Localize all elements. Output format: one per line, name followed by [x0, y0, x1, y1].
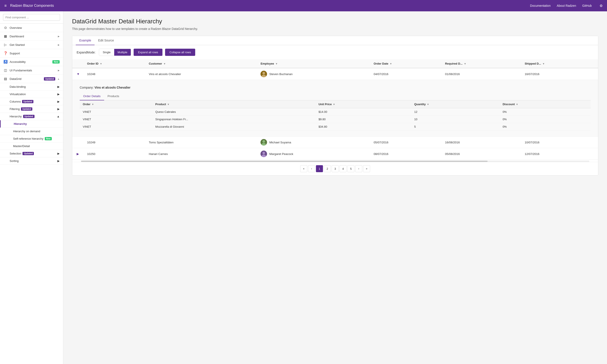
sidebar-item-master-detail[interactable]: Master/Detail: [0, 143, 63, 150]
cell-order-date: 05/07/2016: [370, 137, 442, 148]
sidebar-item-sorting[interactable]: Sorting ▶: [0, 157, 63, 165]
nav-github[interactable]: GitHub: [582, 4, 592, 7]
sidebar-item-label: Hierarchy: [14, 122, 27, 126]
collapse-all-button[interactable]: Collapse all rows: [165, 49, 195, 56]
sidebar: ⊙ Overview ▦ Dashboard ▶ ▷ Get Started ▶…: [0, 11, 63, 364]
sidebar-item-hierarchy-section[interactable]: Hierarchy Updated ▲: [0, 113, 63, 120]
sidebar-item-label: Sorting: [10, 159, 19, 163]
sub-tab-products[interactable]: Products: [104, 92, 123, 100]
sidebar-item-hierarchy[interactable]: Hierarchy: [0, 120, 63, 128]
next-page-button[interactable]: ›: [355, 165, 362, 172]
updated-badge: Updated: [44, 77, 55, 80]
chevron-right-icon: ▶: [57, 107, 60, 111]
col-employee: Employee ▼: [257, 59, 370, 68]
avatar: [261, 71, 267, 77]
tab-edit-source[interactable]: Edit Source: [94, 36, 117, 45]
sidebar-item-accessibility[interactable]: ♿ Accessibility New: [0, 58, 63, 66]
sidebar-item-support[interactable]: ❓ Support: [0, 49, 63, 58]
sub-cell-product: Singaporean Hokkien Fr...: [152, 116, 315, 123]
sidebar-item-label: Hierarchy: [10, 115, 22, 118]
scrollbar-track[interactable]: [72, 160, 598, 162]
page-title: DataGrid Master Detail Hierarchy: [72, 18, 598, 25]
chevron-right-icon: ▶: [57, 152, 60, 155]
cell-required-date: 05/08/2016: [442, 148, 522, 160]
sidebar-item-self-reference[interactable]: Self-reference hierarchy New: [0, 135, 63, 143]
filter-icon[interactable]: ▼: [390, 62, 392, 65]
cell-employee: Margaret Peacock: [257, 148, 370, 160]
tab-example[interactable]: Example: [76, 36, 94, 45]
updated-badge: Updated: [23, 115, 35, 118]
sub-header-row: Order ▼ Product: [80, 100, 591, 108]
sidebar-item-virtualization[interactable]: Virtualization ▶: [0, 91, 63, 98]
sub-tab-order-details[interactable]: Order Details: [80, 92, 104, 100]
page-4-button[interactable]: 4: [340, 165, 346, 172]
svg-point-5: [262, 155, 266, 157]
sidebar-item-datagrid[interactable]: ▤ DataGrid Updated ▲: [0, 75, 63, 83]
table-row: ▶ 10250 Hanari Carnes: [72, 148, 598, 160]
cell-order-date: 04/07/2016: [370, 68, 442, 80]
sub-cell-quantity: 12: [411, 108, 500, 116]
svg-point-1: [262, 75, 266, 77]
menu-icon[interactable]: ≡: [4, 3, 7, 8]
filter-icon[interactable]: ▼: [333, 103, 335, 106]
single-mode-button[interactable]: Single: [99, 49, 114, 56]
sidebar-item-ui-fundamentals[interactable]: ◫ UI Fundamentals ▶: [0, 66, 63, 75]
sidebar-item-filtering[interactable]: Filtering Updated ▶: [0, 105, 63, 113]
cell-employee: Michael Suyama: [257, 137, 370, 148]
expand-mode-label: ExpandMode:: [77, 51, 95, 54]
last-page-button[interactable]: »: [363, 165, 370, 172]
sub-cell-discount: 0%: [500, 116, 591, 123]
search-input[interactable]: [3, 14, 60, 21]
col-order-date: Order Date ▼: [370, 59, 442, 68]
settings-icon[interactable]: ⚙: [600, 4, 603, 8]
prev-page-button[interactable]: ‹: [308, 165, 315, 172]
chevron-down-icon: ▲: [57, 78, 60, 80]
filter-icon[interactable]: ▼: [464, 62, 466, 65]
filter-icon[interactable]: ▼: [92, 103, 94, 106]
sidebar-item-label: Columns: [10, 100, 21, 103]
sidebar-item-dashboard[interactable]: ▦ Dashboard ▶: [0, 32, 63, 40]
expand-all-button[interactable]: Expand all rows: [134, 49, 162, 56]
sub-col-order: Order ▼: [80, 100, 152, 108]
nav-documentation[interactable]: Documentation: [530, 4, 551, 7]
expand-button[interactable]: ▼: [75, 72, 81, 76]
nav-about[interactable]: About Radzen: [557, 4, 576, 7]
page-5-button[interactable]: 5: [347, 165, 354, 172]
filter-icon[interactable]: ▼: [427, 103, 429, 106]
cell-shipped-date: 10/07/2016: [522, 137, 598, 148]
sidebar-item-columns[interactable]: Columns Updated ▶: [0, 98, 63, 105]
sidebar-item-data-binding[interactable]: Data-binding ▶: [0, 83, 63, 91]
page-2-button[interactable]: 2: [324, 165, 331, 172]
sub-cell-order: VINET: [80, 123, 152, 130]
filter-icon[interactable]: ▼: [275, 62, 278, 65]
sidebar-item-overview[interactable]: ⊙ Overview: [0, 24, 63, 32]
sidebar-item-label: Support: [10, 52, 60, 55]
multiple-mode-button[interactable]: Multiple: [114, 49, 131, 56]
sidebar-item-hierarchy-on-demand[interactable]: Hierarchy on demand: [0, 128, 63, 135]
filter-icon[interactable]: ▼: [167, 103, 170, 106]
sidebar-item-get-started[interactable]: ▷ Get Started ▶: [0, 40, 63, 49]
expand-cell: ▶: [72, 148, 84, 160]
table-row: 10249 Toms Spezialitäten: [72, 137, 598, 148]
main-content: DataGrid Master Detail Hierarchy This pa…: [63, 11, 607, 364]
page-1-button[interactable]: 1: [316, 165, 323, 172]
cell-order-id: 10250: [84, 148, 146, 160]
sidebar-item-label: UI Fundamentals: [10, 69, 56, 72]
filter-icon[interactable]: ▼: [516, 103, 518, 106]
get-started-icon: ▷: [3, 43, 7, 47]
cell-order-date: 08/07/2016: [370, 148, 442, 160]
cell-customer: Toms Spezialitäten: [146, 137, 257, 148]
dashboard-icon: ▦: [3, 34, 7, 38]
sidebar-item-label: DataGrid: [10, 77, 42, 80]
filter-icon[interactable]: ▼: [542, 62, 545, 65]
first-page-button[interactable]: «: [300, 165, 307, 172]
sub-cell-order: VINET: [80, 108, 152, 116]
page-3-button[interactable]: 3: [332, 165, 339, 172]
chevron-right-icon: ▶: [57, 159, 60, 163]
sidebar-item-selection[interactable]: Selection Updated ▶: [0, 150, 63, 157]
filter-icon[interactable]: ▼: [100, 62, 102, 65]
expand-button[interactable]: ▶: [75, 152, 80, 156]
col-order-id: Order ID ▼: [84, 59, 146, 68]
sidebar-item-label: Selection: [10, 152, 21, 155]
filter-icon[interactable]: ▼: [163, 62, 166, 65]
